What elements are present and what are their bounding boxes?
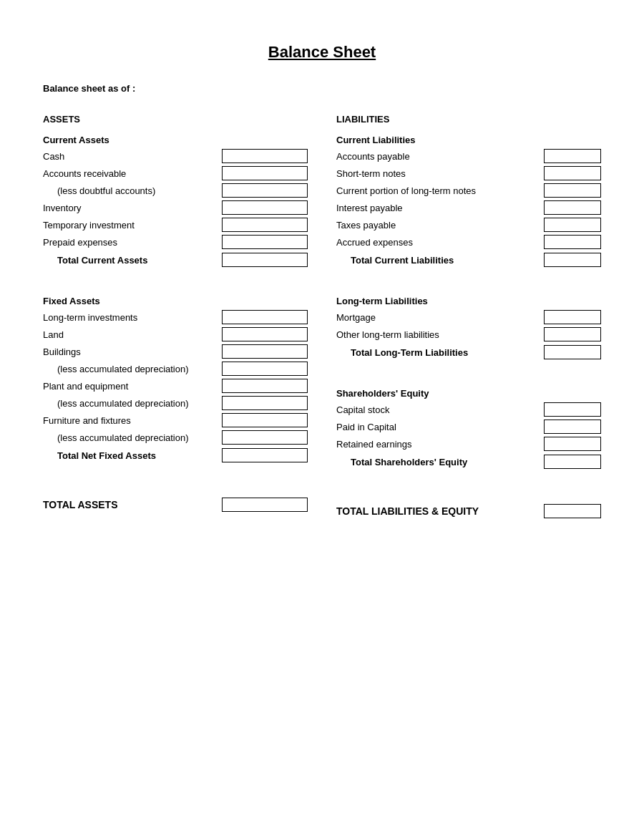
total-assets-input[interactable] (222, 498, 308, 512)
list-item: Capital stock (336, 402, 601, 417)
assets-column: ASSETS Current Assets Cash Accounts rece… (43, 114, 322, 520)
list-item: Prepaid expenses (43, 234, 308, 250)
current-portion-longterm-label: Current portion of long-term notes (336, 185, 544, 196)
total-longterm-liabilities-label: Total Long-Term Liabilities (336, 347, 544, 358)
temporary-investment-input[interactable] (222, 218, 308, 232)
temporary-investment-label: Temporary investment (43, 220, 222, 231)
accrued-expenses-label: Accrued expenses (336, 237, 544, 248)
list-item: Buildings (43, 344, 308, 359)
total-current-assets-row: Total Current Assets (43, 251, 308, 268)
total-fixed-assets-label: Total Net Fixed Assets (43, 450, 222, 461)
prepaid-expenses-label: Prepaid expenses (43, 237, 222, 248)
shareholders-equity-header: Shareholders' Equity (336, 388, 601, 399)
total-longterm-liabilities-input[interactable] (544, 345, 601, 359)
total-liabilities-equity-input[interactable] (544, 504, 601, 518)
plant-depreciation-input[interactable] (222, 396, 308, 410)
accrued-expenses-input[interactable] (544, 235, 601, 249)
total-assets-label: TOTAL ASSETS (43, 499, 222, 510)
long-term-investments-input[interactable] (222, 310, 308, 324)
total-fixed-assets-row: Total Net Fixed Assets (43, 447, 308, 464)
plant-depreciation-label: (less accumulated depreciation) (43, 398, 222, 409)
fixed-assets-header: Fixed Assets (43, 296, 308, 306)
total-longterm-liabilities-row: Total Long-Term Liabilities (336, 344, 601, 361)
assets-header: ASSETS (43, 114, 308, 125)
other-longterm-label: Other long-term liabilities (336, 329, 544, 340)
land-input[interactable] (222, 327, 308, 341)
list-item: Accounts payable (336, 148, 601, 164)
list-item: Inventory (43, 200, 308, 215)
total-current-assets-label: Total Current Assets (43, 255, 222, 266)
list-item: Accounts receivable (43, 165, 308, 181)
list-item: Land (43, 326, 308, 342)
list-item: Other long-term liabilities (336, 326, 601, 342)
liabilities-column: LIABILITIES Current Liabilities Accounts… (322, 114, 601, 520)
list-item: (less accumulated depreciation) (43, 430, 308, 445)
list-item: Interest payable (336, 200, 601, 215)
inventory-input[interactable] (222, 200, 308, 215)
mortgage-label: Mortgage (336, 312, 544, 323)
list-item: Furniture and fixtures (43, 412, 308, 428)
list-item: Accrued expenses (336, 234, 601, 250)
total-liabilities-equity-row: TOTAL LIABILITIES & EQUITY (336, 502, 601, 520)
accounts-receivable-input[interactable] (222, 166, 308, 180)
liabilities-header: LIABILITIES (336, 114, 601, 125)
paid-in-capital-label: Paid in Capital (336, 422, 544, 432)
cash-input[interactable] (222, 149, 308, 163)
buildings-label: Buildings (43, 346, 222, 357)
list-item: (less accumulated depreciation) (43, 361, 308, 377)
total-shareholders-equity-row: Total Shareholders' Equity (336, 453, 601, 470)
main-columns: ASSETS Current Assets Cash Accounts rece… (43, 114, 601, 520)
plant-equipment-label: Plant and equipment (43, 381, 222, 392)
balance-sheet-subtitle: Balance sheet as of : (43, 83, 601, 94)
short-term-notes-label: Short-term notes (336, 168, 544, 179)
furniture-fixtures-input[interactable] (222, 413, 308, 427)
current-assets-header: Current Assets (43, 135, 308, 145)
current-portion-longterm-input[interactable] (544, 183, 601, 198)
total-current-liabilities-row: Total Current Liabilities (336, 251, 601, 268)
buildings-depreciation-input[interactable] (222, 362, 308, 376)
plant-equipment-input[interactable] (222, 379, 308, 393)
mortgage-input[interactable] (544, 310, 601, 324)
short-term-notes-input[interactable] (544, 166, 601, 180)
accounts-payable-label: Accounts payable (336, 151, 544, 162)
total-liabilities-equity-label: TOTAL LIABILITIES & EQUITY (336, 505, 544, 517)
list-item: (less accumulated depreciation) (43, 395, 308, 411)
page: Balance Sheet Balance sheet as of : ASSE… (0, 0, 644, 834)
list-item: Taxes payable (336, 217, 601, 233)
list-item: Short-term notes (336, 165, 601, 181)
page-title: Balance Sheet (43, 43, 601, 62)
less-doubtful-label: (less doubtful accounts) (43, 185, 222, 196)
total-current-liabilities-label: Total Current Liabilities (336, 255, 544, 266)
total-shareholders-equity-input[interactable] (544, 455, 601, 469)
list-item: Plant and equipment (43, 378, 308, 394)
other-longterm-input[interactable] (544, 327, 601, 341)
buildings-depreciation-label: (less accumulated depreciation) (43, 364, 222, 374)
total-shareholders-equity-label: Total Shareholders' Equity (336, 457, 544, 467)
total-fixed-assets-input[interactable] (222, 448, 308, 462)
furniture-depreciation-label: (less accumulated depreciation) (43, 432, 222, 443)
retained-earnings-input[interactable] (544, 437, 601, 451)
total-current-liabilities-input[interactable] (544, 253, 601, 267)
total-current-assets-input[interactable] (222, 253, 308, 267)
list-item: (less doubtful accounts) (43, 183, 308, 198)
taxes-payable-input[interactable] (544, 218, 601, 232)
furniture-depreciation-input[interactable] (222, 430, 308, 445)
less-doubtful-input[interactable] (222, 183, 308, 198)
list-item: Current portion of long-term notes (336, 183, 601, 198)
cash-label: Cash (43, 151, 222, 162)
accounts-receivable-label: Accounts receivable (43, 168, 222, 179)
list-item: Paid in Capital (336, 419, 601, 435)
buildings-input[interactable] (222, 344, 308, 359)
list-item: Mortgage (336, 309, 601, 325)
longterm-liabilities-header: Long-term Liabilities (336, 296, 601, 306)
retained-earnings-label: Retained earnings (336, 439, 544, 450)
interest-payable-input[interactable] (544, 200, 601, 215)
list-item: Long-term investments (43, 309, 308, 325)
accounts-payable-input[interactable] (544, 149, 601, 163)
list-item: Temporary investment (43, 217, 308, 233)
capital-stock-input[interactable] (544, 402, 601, 417)
taxes-payable-label: Taxes payable (336, 220, 544, 231)
paid-in-capital-input[interactable] (544, 420, 601, 434)
list-item: Cash (43, 148, 308, 164)
prepaid-expenses-input[interactable] (222, 235, 308, 249)
